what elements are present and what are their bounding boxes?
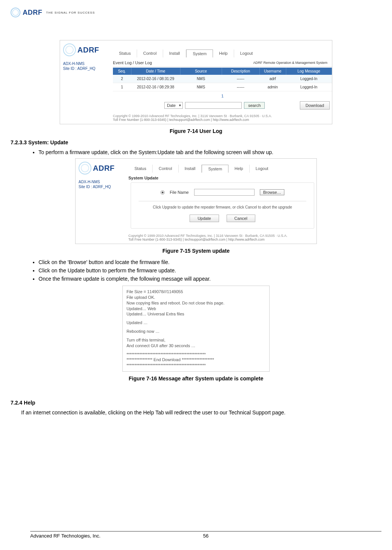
file-radio[interactable]: [161, 190, 165, 195]
tollfree-text: Toll Free Number (1-800-313-9345) | tech…: [113, 118, 332, 122]
message-line: Rebooting now …: [127, 329, 265, 334]
search-button[interactable]: search: [244, 102, 265, 109]
remote-system-label: ADRF Remote Operation & Management Syste…: [253, 61, 327, 65]
cell-user: adrf: [259, 75, 286, 83]
fig15-footer: Copyright © 1999-2010 Advanced RF Techno…: [128, 232, 316, 244]
figure-7-16-messagebox: File Size = 1149078///1149055File upload…: [122, 286, 270, 372]
fig14-sidebar: ADRF ADX-H-NMS Site ID : ADRF_HQ: [60, 40, 113, 124]
tab-system[interactable]: System: [186, 49, 213, 57]
message-line: **************** End Download **********…: [127, 357, 265, 363]
logo-swirl-icon: [11, 8, 20, 17]
adrf-brand: ADRF: [77, 46, 99, 54]
footer-company: Advanced RF Technologies, Inc.: [30, 533, 100, 539]
fig15-sidebar: ADRF ADX-H-NMS Site ID : ADRF_HQ: [76, 159, 128, 244]
copyright-text: Copyright © 1999-2010 Advanced RF Techno…: [128, 234, 316, 238]
fig14-tabs: Status Control Install System Help Logou…: [113, 49, 332, 57]
user-log-table: Seq. Date / Time Source Description User…: [113, 68, 332, 91]
adrf-swirl-icon: [63, 43, 76, 56]
pager[interactable]: 1: [113, 91, 332, 100]
update-panel: File Name Browse… Click Upgrade to updat…: [131, 182, 314, 229]
message-line: Updated… Web: [127, 306, 265, 312]
message-line: ****************************************…: [127, 363, 265, 368]
heading-7-2-4: 7.2.4 Help: [11, 400, 381, 406]
message-line: Now copying files and reboot. Do not clo…: [127, 300, 265, 306]
help-paragraph: If an internet connection is available, …: [11, 409, 381, 416]
sidebar-line1: ADX-H-NMS: [79, 180, 128, 184]
message-line: Updated… Universal Extra files: [127, 311, 265, 317]
message-line: And connect GUI after 30 seconds …: [127, 343, 265, 349]
adrf-swirl-icon: [79, 162, 91, 175]
fig15-tabs: Status Control Install System Help Logou…: [128, 165, 316, 173]
filter-select[interactable]: Date: [164, 102, 183, 109]
message-line: ****************************************…: [127, 352, 265, 357]
message-line: [127, 349, 265, 352]
cell-desc: ------: [222, 83, 259, 91]
cell-seq: 2: [113, 75, 131, 83]
copyright-text: Copyright © 1999-2010 Advanced RF Techno…: [113, 114, 332, 118]
message-line: File upload OK.: [127, 295, 265, 300]
filter-text-input[interactable]: [185, 102, 242, 109]
bullet-item: To perform a firmware update, click on t…: [39, 149, 381, 155]
sidebar-line2: Site ID : ADRF_HQ: [79, 185, 128, 189]
message-line: Turn off this terminal,: [127, 337, 265, 343]
bullet-item: Click on the Update button to perform th…: [39, 267, 381, 273]
bullet-item: Once the firmware update is complete, th…: [39, 276, 381, 282]
page-footer: Advanced RF Technologies, Inc. 56: [30, 531, 381, 539]
cell-desc: ------: [222, 75, 259, 83]
file-name-input[interactable]: [194, 189, 255, 196]
message-line: [127, 317, 265, 320]
sidebar-line2: Site ID : ADRF_HQ: [63, 66, 113, 71]
cell-dt: 2012-02-16 / 08:31:29: [131, 75, 180, 83]
tab-system[interactable]: System: [202, 165, 228, 173]
tab-help[interactable]: Help: [213, 49, 234, 57]
footer-page-number: 56: [203, 533, 208, 539]
th-description: Description: [222, 68, 259, 75]
figure-7-15-caption: Figure 7-15 System update: [11, 248, 381, 254]
cell-dt: 2012-02-16 / 08:29:38: [131, 83, 180, 91]
figure-7-14-caption: Figure 7-14 User Log: [11, 128, 381, 134]
logo-tagline: THE SIGNAL FOR SUCCESS: [46, 11, 95, 14]
heading-7-2-3-3: 7.2.3.3 System: Update: [11, 139, 381, 145]
tab-install[interactable]: Install: [179, 165, 202, 173]
update-button[interactable]: Update: [190, 215, 219, 222]
th-seq: Seq.: [113, 68, 131, 75]
message-line: Updated …: [127, 320, 265, 326]
th-username: Username: [259, 68, 286, 75]
tab-logout[interactable]: Logout: [234, 49, 259, 57]
table-row: 2 2012-02-16 / 08:31:29 NMS ------ adrf …: [113, 75, 332, 83]
tollfree-text: Toll Free Number (1-800-313-9345) | tech…: [128, 238, 316, 241]
th-source: Source: [180, 68, 222, 75]
file-name-label: File Name: [170, 190, 189, 195]
adrf-brand: ADRF: [93, 164, 115, 173]
tab-status[interactable]: Status: [113, 49, 137, 57]
figure-7-14-screenshot: ADRF ADX-H-NMS Site ID : ADRF_HQ Status …: [60, 40, 332, 124]
bullet-item: Click on the 'Browse' button and locate …: [39, 259, 381, 265]
fig14-footer: Copyright © 1999-2010 Advanced RF Techno…: [113, 113, 332, 124]
cancel-button[interactable]: Cancel: [227, 215, 255, 222]
th-logmessage: Log Message: [286, 68, 332, 75]
table-row: 1 2012-02-16 / 08:29:38 NMS ------ admin…: [113, 83, 332, 91]
sidebar-line1: ADX-H-NMS: [63, 62, 113, 66]
cell-seq: 1: [113, 83, 131, 91]
page-header-logo: ADRF THE SIGNAL FOR SUCCESS: [11, 8, 381, 17]
tab-control[interactable]: Control: [137, 49, 163, 57]
th-datetime: Date / Time: [131, 68, 180, 75]
cell-src: NMS: [180, 83, 222, 91]
browse-button[interactable]: Browse…: [260, 189, 285, 195]
cell-user: admin: [259, 83, 286, 91]
cell-msg: Logged-In: [286, 83, 332, 91]
cell-src: NMS: [180, 75, 222, 83]
message-line: [127, 334, 265, 337]
message-line: [127, 326, 265, 329]
tab-logout[interactable]: Logout: [250, 165, 275, 173]
tab-install[interactable]: Install: [163, 49, 187, 57]
fig15-section-label: System Update: [128, 176, 316, 180]
tab-control[interactable]: Control: [153, 165, 178, 173]
figure-7-16-caption: Figure 7-16 Message after System update …: [11, 375, 381, 382]
download-button[interactable]: Download: [300, 101, 330, 110]
logo-brand: ADRF: [23, 9, 42, 17]
cell-msg: Logged-In: [286, 75, 332, 83]
tab-status[interactable]: Status: [128, 165, 153, 173]
tab-help[interactable]: Help: [228, 165, 250, 173]
update-note: Click Upgrade to update the repeater fir…: [139, 205, 306, 209]
